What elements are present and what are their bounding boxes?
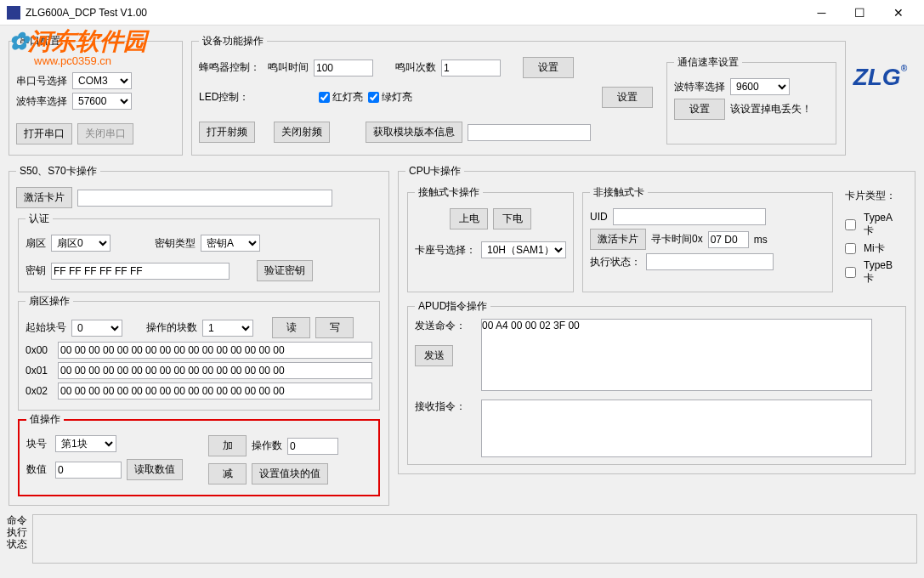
exec-status-label: 执行状态： xyxy=(590,255,641,269)
auth-group: 认证 扇区 扇区0 密钥类型 密钥A 密钥 验证密钥 xyxy=(18,212,380,292)
comm-baud-select[interactable]: 9600 xyxy=(730,78,790,95)
comm-set-button[interactable]: 设置 xyxy=(674,99,725,120)
close-serial-button[interactable]: 关闭串口 xyxy=(77,123,133,144)
ring-count-input[interactable] xyxy=(441,60,501,76)
close-rf-button[interactable]: 关闭射频 xyxy=(274,122,330,143)
type-a-checkbox[interactable]: TypeA卡 xyxy=(845,212,903,238)
seek-time-input[interactable] xyxy=(708,231,749,248)
activate-card-button[interactable]: 激活卡片 xyxy=(16,187,72,208)
sector-select[interactable]: 扇区0 xyxy=(51,235,111,252)
recv-cmd-textarea[interactable] xyxy=(481,400,872,457)
card-type-label: 卡片类型： xyxy=(845,189,903,203)
comm-rate-group: 通信速率设置 波特率选择 9600 设置 该设置掉电丢失！ xyxy=(666,55,836,144)
send-cmd-textarea[interactable]: 00 A4 00 00 02 3F 00 xyxy=(481,319,872,391)
sector-label: 扇区 xyxy=(26,236,46,251)
activate-output[interactable] xyxy=(77,190,332,207)
baud-label: 波特率选择 xyxy=(16,94,67,109)
value-label: 数值 xyxy=(26,462,50,477)
buzzer-set-button[interactable]: 设置 xyxy=(523,57,574,78)
ring-count-label: 鸣叫次数 xyxy=(395,60,436,75)
addr-2: 0x02 xyxy=(26,385,53,397)
buzzer-label: 蜂鸣器控制： xyxy=(199,60,263,75)
block-no-select[interactable]: 第1块 xyxy=(55,435,116,452)
comm-baud-label: 波特率选择 xyxy=(674,80,725,94)
key-type-label: 密钥类型 xyxy=(155,236,196,251)
read-button[interactable]: 读 xyxy=(272,317,310,338)
addr-1: 0x01 xyxy=(26,365,53,377)
app-icon xyxy=(7,6,20,20)
start-block-select[interactable]: 0 xyxy=(71,320,122,337)
value-op-legend: 值操作 xyxy=(26,412,64,427)
red-led-checkbox[interactable]: 红灯亮 xyxy=(319,90,363,105)
led-set-button[interactable]: 设置 xyxy=(602,87,653,108)
cpu-activate-button[interactable]: 激活卡片 xyxy=(590,229,646,250)
start-block-label: 起始块号 xyxy=(26,320,66,335)
s50s70-group: S50、S70卡操作 激活卡片 认证 扇区 扇区0 密钥类型 密钥A 密 xyxy=(9,164,389,506)
op-blocks-select[interactable]: 1 xyxy=(202,320,253,337)
key-input[interactable] xyxy=(51,263,230,280)
verify-key-button[interactable]: 验证密钥 xyxy=(257,260,313,281)
comm-note: 该设置掉电丢失！ xyxy=(730,104,812,115)
seek-time-label: 寻卡时间0x xyxy=(651,232,703,246)
open-serial-button[interactable]: 打开串口 xyxy=(16,123,72,144)
status-output xyxy=(32,514,917,564)
type-b-checkbox[interactable]: TypeB卡 xyxy=(845,259,903,286)
port-select[interactable]: COM3 xyxy=(72,72,132,89)
data-row-2[interactable] xyxy=(58,382,372,400)
add-button[interactable]: 加 xyxy=(208,435,247,456)
read-value-button[interactable]: 读取数值 xyxy=(127,459,183,480)
apdu-group: APUD指令操作 发送命令： 发送 00 A4 00 00 02 3F 00 接… xyxy=(407,299,906,465)
status-label: 命令执行状态 xyxy=(7,514,32,564)
value-input[interactable] xyxy=(55,462,122,479)
set-block-value-button[interactable]: 设置值块的值 xyxy=(252,463,328,484)
uid-label: UID xyxy=(590,211,608,223)
serial-legend: 串口配置 xyxy=(16,34,64,48)
op-count-input[interactable] xyxy=(287,438,338,455)
device-ops-group: 设备功能操作 蜂鸣器控制： 鸣叫时间 鸣叫次数 设置 LED控制： xyxy=(191,34,846,156)
data-row-0[interactable] xyxy=(58,342,372,359)
comm-legend: 通信速率设置 xyxy=(674,55,742,70)
contact-legend: 接触式卡操作 xyxy=(415,185,483,200)
block-no-label: 块号 xyxy=(26,437,50,451)
sub-button[interactable]: 减 xyxy=(208,463,247,484)
contactless-group: 非接触式卡 UID 激活卡片 寻卡时间0x ms 执行状态： xyxy=(582,185,833,292)
sector-op-group: 扇区操作 起始块号 0 操作的块数 1 读 写 0x00 xyxy=(18,294,380,411)
uid-input[interactable] xyxy=(613,208,766,225)
led-label: LED控制： xyxy=(199,90,263,105)
green-led-checkbox[interactable]: 绿灯亮 xyxy=(368,90,412,105)
ring-time-input[interactable] xyxy=(314,60,373,76)
contactless-legend: 非接触式卡 xyxy=(590,185,648,200)
get-version-button[interactable]: 获取模块版本信息 xyxy=(366,122,462,143)
maximize-button[interactable]: ☐ xyxy=(841,1,879,25)
serial-config-group: 串口配置 串口号选择 COM3 波特率选择 57600 打开串口 关闭串口 xyxy=(9,34,183,156)
addr-0: 0x00 xyxy=(26,344,53,356)
minimize-button[interactable]: ─ xyxy=(802,1,841,25)
auth-legend: 认证 xyxy=(26,212,53,226)
slot-select[interactable]: 10H（SAM1） xyxy=(481,241,566,258)
value-op-group: 值操作 块号 第1块 数值 读取数值 xyxy=(18,412,380,496)
cpu-legend: CPU卡操作 xyxy=(405,164,464,178)
write-button[interactable]: 写 xyxy=(315,317,354,338)
send-button[interactable]: 发送 xyxy=(415,345,453,366)
send-cmd-label: 发送命令： xyxy=(415,319,474,333)
data-row-1[interactable] xyxy=(58,362,372,379)
recv-cmd-label: 接收指令： xyxy=(415,400,474,414)
version-output[interactable] xyxy=(468,124,591,141)
power-off-button[interactable]: 下电 xyxy=(493,208,531,230)
op-blocks-label: 操作的块数 xyxy=(146,320,197,335)
baud-select[interactable]: 57600 xyxy=(72,93,132,110)
op-count-label: 操作数 xyxy=(252,439,282,453)
s50s70-legend: S50、S70卡操作 xyxy=(16,164,100,178)
open-rf-button[interactable]: 打开射频 xyxy=(199,122,255,143)
type-mi-checkbox[interactable]: Mi卡 xyxy=(845,241,903,256)
port-label: 串口号选择 xyxy=(16,74,67,88)
contact-card-group: 接触式卡操作 上电 下电 卡座号选择： 10H（SAM1） xyxy=(407,185,574,292)
key-type-select[interactable]: 密钥A xyxy=(201,235,260,252)
close-button[interactable]: ✕ xyxy=(879,1,917,25)
power-on-button[interactable]: 上电 xyxy=(450,208,488,230)
key-label: 密钥 xyxy=(26,264,46,278)
slot-label: 卡座号选择： xyxy=(415,243,476,258)
exec-status-output[interactable] xyxy=(646,253,774,270)
ms-label: ms xyxy=(754,234,768,246)
sector-op-legend: 扇区操作 xyxy=(26,294,73,309)
